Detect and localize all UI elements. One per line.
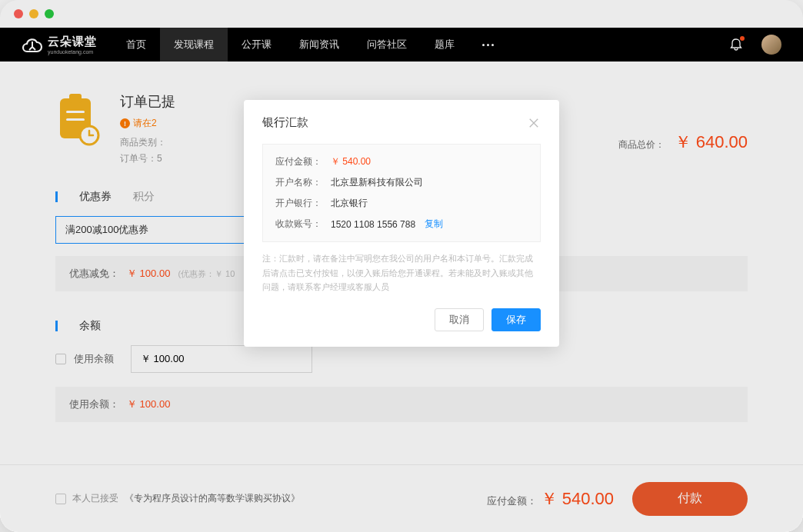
close-icon — [528, 118, 539, 128]
cancel-button[interactable]: 取消 — [435, 308, 484, 331]
account-number-value: 1520 1108 1556 788 — [331, 219, 415, 230]
account-number-label: 收款账号： — [275, 218, 322, 231]
bank-transfer-modal: 银行汇款 应付金额： ￥ 540.00 开户名称： 北京昱新科技有限公司 开 — [244, 100, 559, 347]
save-button[interactable]: 保存 — [491, 308, 541, 331]
copy-button[interactable]: 复制 — [425, 218, 443, 231]
modal-backdrop[interactable]: 银行汇款 应付金额： ￥ 540.00 开户名称： 北京昱新科技有限公司 开 — [0, 0, 803, 532]
account-name-value: 北京昱新科技有限公司 — [331, 176, 423, 189]
bank-label: 开户银行： — [275, 197, 322, 210]
account-name-label: 开户名称： — [275, 176, 322, 189]
modal-title: 银行汇款 — [262, 115, 308, 130]
bank-value: 北京银行 — [331, 197, 368, 210]
amount-value: ￥ 540.00 — [331, 155, 371, 168]
amount-label: 应付金额： — [275, 155, 322, 168]
modal-close-button[interactable] — [528, 117, 541, 129]
modal-note: 注：汇款时，请在备注中写明您在我公司的用户名和本订单号。汇款完成后请点击已支付按… — [262, 251, 541, 294]
payment-details-panel: 应付金额： ￥ 540.00 开户名称： 北京昱新科技有限公司 开户银行： 北京… — [262, 144, 541, 242]
